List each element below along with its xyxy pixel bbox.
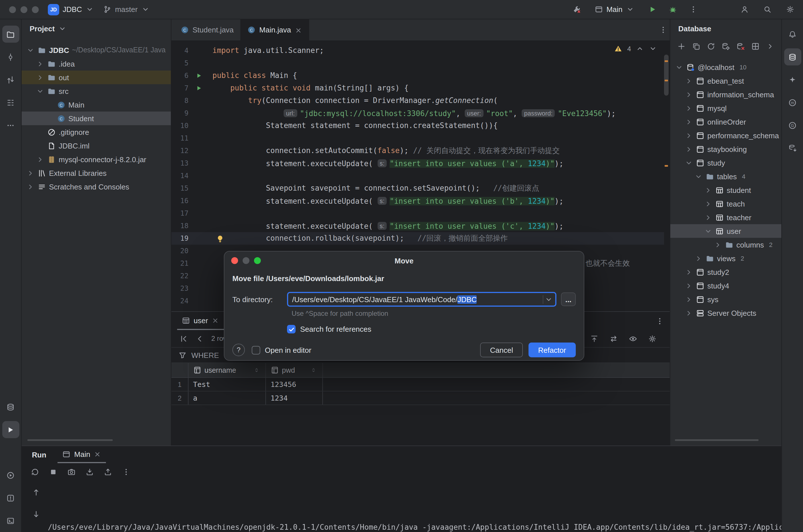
grid-settings-button[interactable]: [645, 331, 659, 346]
db-refresh-button[interactable]: [704, 39, 718, 54]
run-export-button[interactable]: [100, 464, 115, 479]
grid-tab-user[interactable]: user: [177, 312, 224, 330]
db-item-server-objects[interactable]: Server Objects: [670, 306, 781, 320]
close-tab-icon[interactable]: [212, 316, 220, 324]
horizontal-scrollbar[interactable]: [675, 439, 759, 441]
grid-compare-button[interactable]: [606, 331, 621, 346]
build-failed-button[interactable]: [569, 2, 584, 17]
refactor-button[interactable]: Refactor: [529, 343, 576, 357]
project-item-scratches-and-consoles[interactable]: Scratches and Consoles: [22, 180, 171, 193]
debug-button[interactable]: [665, 2, 680, 17]
db-item-information-schema[interactable]: information_schema: [670, 88, 781, 101]
db-detach-button[interactable]: [734, 39, 747, 54]
directory-input[interactable]: /Users/eve/Desktop/CS/JavaEE/1 JavaWeb/C…: [287, 292, 556, 307]
error-stripe[interactable]: [664, 44, 669, 309]
project-item-src[interactable]: src: [22, 84, 171, 98]
db-item-study4[interactable]: study4: [670, 279, 781, 292]
code-line-12[interactable]: 12 connection.setAutoCommit(false); // 关…: [171, 145, 664, 157]
project-item-jdbc[interactable]: JDBC~/Desktop/CS/JavaEE/1 Java: [22, 43, 171, 57]
table-cell[interactable]: Test: [188, 378, 266, 391]
close-tab-icon[interactable]: [94, 450, 102, 458]
db-item-study2[interactable]: study2: [670, 265, 781, 279]
db-item-tables[interactable]: tables4: [670, 170, 781, 183]
run-import-button[interactable]: [82, 464, 97, 479]
project-item-idea[interactable]: .idea: [22, 57, 171, 71]
code-line-19[interactable]: 19 connection.rollback(savepoint); //回滚，…: [171, 232, 664, 245]
editor-tab-main-java[interactable]: CMain.java: [241, 19, 309, 40]
tool-button-database[interactable]: [784, 49, 801, 65]
tool-button-structure[interactable]: [2, 94, 19, 111]
code-line-14[interactable]: 14: [171, 170, 664, 182]
code-line-9[interactable]: 9 url:"jdbc:mysql://localhost:3306/study…: [171, 107, 664, 119]
project-item-main[interactable]: CMain: [22, 98, 171, 112]
project-item-gitignore[interactable]: .gitignore: [22, 125, 171, 139]
editor-tabs-menu-icon[interactable]: [659, 25, 668, 34]
table-row[interactable]: 1Test123456: [171, 378, 670, 392]
code-line-15[interactable]: 15 Savepoint savepoint = connection.setS…: [171, 182, 664, 195]
run-rerun-button[interactable]: [28, 464, 42, 479]
db-item-study[interactable]: study: [670, 156, 781, 170]
db-item-columns[interactable]: columns2: [670, 238, 781, 251]
browse-button[interactable]: ...: [561, 292, 576, 306]
db-item-teacher[interactable]: teacher: [670, 210, 781, 224]
tool-button-gradle[interactable]: G: [784, 117, 801, 134]
tool-button-persistence[interactable]: [2, 398, 19, 415]
grid-menu-icon[interactable]: [656, 317, 664, 325]
next-problem-icon[interactable]: [649, 44, 657, 53]
code-line-11[interactable]: 11: [171, 132, 664, 145]
code-line-16[interactable]: 16 statement.executeUpdate( s:"insert in…: [171, 195, 664, 207]
project-widget[interactable]: JD JDBC: [43, 2, 98, 17]
table-cell[interactable]: 123456: [266, 378, 323, 391]
db-item-staybooking[interactable]: staybooking: [670, 142, 781, 156]
grid-first-page-button[interactable]: [176, 331, 191, 346]
tool-button-run-tool[interactable]: [2, 421, 19, 438]
db-grid-view-button[interactable]: [749, 39, 762, 54]
search-everywhere-button[interactable]: [760, 2, 774, 17]
db-item-ebean-test[interactable]: ebean_test: [670, 74, 781, 88]
settings-button[interactable]: [783, 2, 797, 17]
search-references-checkbox[interactable]: Search for references: [287, 325, 576, 334]
code-line-6[interactable]: 6public class Main {: [171, 70, 664, 82]
grid-eye-button[interactable]: [625, 331, 640, 346]
editor-tab-student-java[interactable]: CStudent.java: [174, 19, 241, 40]
db-item-user[interactable]: user: [670, 224, 781, 238]
db-chevron-right-button[interactable]: [763, 39, 777, 54]
code-line-18[interactable]: 18 statement.executeUpdate( s:"insert in…: [171, 220, 664, 232]
tool-button-notifications[interactable]: [784, 25, 801, 43]
run-console[interactable]: /Users/eve/Library/Java/JavaVirtualMachi…: [22, 480, 781, 532]
cancel-button[interactable]: Cancel: [480, 343, 523, 357]
db-item-sys[interactable]: sys: [670, 292, 781, 306]
horizontal-scrollbar[interactable]: [28, 439, 113, 441]
db-item-student[interactable]: student: [670, 183, 781, 197]
tool-button-pull-requests[interactable]: [2, 71, 19, 88]
code-line-4[interactable]: 4import java.util.Scanner;: [171, 44, 664, 57]
code-line-17[interactable]: 17: [171, 207, 664, 220]
open-in-editor-checkbox[interactable]: Open in editor: [252, 346, 311, 354]
minimize-window-button[interactable]: [20, 6, 28, 13]
grid-upload-button[interactable]: [587, 331, 601, 346]
previous-problem-icon[interactable]: [636, 44, 644, 53]
code-line-10[interactable]: 10 Statement statement = connection.crea…: [171, 119, 664, 132]
code-line-7[interactable]: 7 public static void main(String[] args)…: [171, 82, 664, 94]
close-tab-icon[interactable]: [294, 26, 303, 34]
db-item-onlineorder[interactable]: onlineOrder: [670, 115, 781, 129]
run-stop-button[interactable]: [45, 464, 60, 479]
table-row[interactable]: 2a1234: [171, 392, 670, 405]
table-cell[interactable]: 1234: [266, 392, 323, 404]
db-add-button[interactable]: [675, 39, 689, 54]
db-item-mysql[interactable]: mysql: [670, 101, 781, 115]
tool-button-maven[interactable]: m: [784, 94, 801, 111]
chevron-down-icon[interactable]: [58, 24, 67, 33]
grid-prev-page-button[interactable]: [192, 331, 207, 346]
db-item-performance-schema[interactable]: performance_schema: [670, 129, 781, 142]
db-item-localhost[interactable]: @localhost10: [670, 60, 781, 74]
directory-dropdown-button[interactable]: [543, 295, 554, 304]
branch-widget[interactable]: master: [98, 3, 154, 15]
db-datasource-props-button[interactable]: [719, 39, 733, 54]
db-item-views[interactable]: views2: [670, 251, 781, 265]
tool-button-ai-assistant[interactable]: [784, 71, 801, 88]
db-item-teach[interactable]: teach: [670, 197, 781, 210]
tool-button-dependencies[interactable]: [784, 139, 801, 156]
tool-button-services[interactable]: [2, 467, 19, 483]
project-item-jdbc-iml[interactable]: JDBC.iml: [22, 139, 171, 152]
